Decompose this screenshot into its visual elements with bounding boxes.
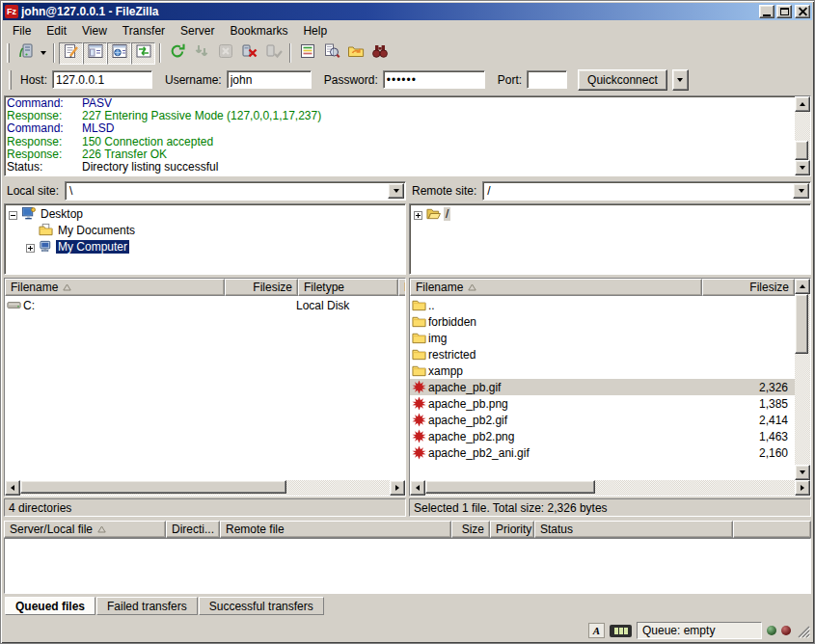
process-queue-button[interactable]: [189, 42, 213, 65]
local-site-dropdown-button[interactable]: [388, 183, 404, 199]
file-row-forbidden[interactable]: forbidden: [410, 313, 795, 330]
column-header-filetype[interactable]: Filetype: [298, 279, 398, 296]
transfer-type-ascii-icon[interactable]: A: [588, 623, 605, 638]
column-header-filesize[interactable]: Filesize: [225, 279, 298, 296]
tab-successful-transfers[interactable]: Successful transfers: [199, 597, 324, 615]
column-header-remote-file[interactable]: Remote file: [220, 521, 451, 538]
log-scrollbar[interactable]: [795, 96, 810, 175]
toggle-remote-tree-button[interactable]: [107, 42, 131, 65]
scroll-thumb[interactable]: [425, 480, 595, 494]
reconnect-button[interactable]: [261, 42, 285, 65]
remote-site-combo[interactable]: /: [482, 181, 811, 201]
expand-icon[interactable]: [26, 242, 35, 251]
tree-item-desktop[interactable]: Desktop: [5, 205, 405, 222]
scroll-up-button[interactable]: [795, 279, 810, 294]
scroll-down-button[interactable]: [795, 465, 810, 480]
scroll-thumb[interactable]: [20, 480, 286, 494]
scroll-left-button[interactable]: [5, 480, 20, 496]
file-row-c[interactable]: C:Local Disk: [5, 297, 405, 313]
local-site-combo[interactable]: \: [65, 181, 406, 201]
host-input[interactable]: [52, 70, 152, 89]
column-header-status[interactable]: Status: [534, 521, 733, 538]
scroll-thumb[interactable]: [795, 141, 808, 160]
close-button[interactable]: [795, 5, 810, 18]
tree-item-my-computer[interactable]: My Computer: [5, 238, 405, 255]
site-manager-dropdown-button[interactable]: [38, 42, 49, 65]
file-size: 1,463: [708, 430, 795, 443]
scroll-track[interactable]: [795, 294, 810, 465]
toggle-transfer-queue-button[interactable]: [131, 42, 155, 65]
scroll-track[interactable]: [20, 480, 390, 496]
indicator-badge-icon[interactable]: [610, 625, 632, 637]
collapse-icon[interactable]: [9, 209, 17, 218]
file-row-item[interactable]: ..: [410, 297, 795, 313]
column-header-priority[interactable]: Priority: [490, 521, 534, 538]
synchronized-browsing-button[interactable]: [343, 42, 367, 65]
menu-transfer[interactable]: Transfer: [115, 22, 173, 40]
menu-edit[interactable]: Edit: [39, 22, 74, 40]
menu-file[interactable]: File: [5, 22, 39, 40]
column-header-filename[interactable]: Filename: [410, 279, 702, 296]
image-file-icon: [410, 396, 428, 411]
scroll-thumb[interactable]: [795, 294, 808, 354]
local-directory-tree: DesktopMy DocumentsMy Computer: [4, 203, 406, 275]
column-header-directi[interactable]: Directi...: [166, 521, 220, 538]
tree-item-my-documents[interactable]: My Documents: [5, 222, 405, 238]
site-manager-button[interactable]: [14, 42, 38, 65]
column-header-size[interactable]: Size: [451, 521, 490, 538]
directory-comparison-button[interactable]: [319, 42, 343, 65]
menu-view[interactable]: View: [74, 22, 115, 40]
remote-hscrollbar[interactable]: [410, 480, 810, 496]
column-header-last-modified[interactable]: Last modified: [398, 279, 405, 296]
scroll-right-button[interactable]: [390, 480, 405, 496]
menu-help[interactable]: Help: [295, 22, 335, 40]
column-header-label: Remote file: [226, 523, 285, 536]
column-header-server-local-file[interactable]: Server/Local file: [4, 521, 166, 538]
toggle-local-tree-button[interactable]: [83, 42, 107, 65]
file-row-apache-pb2-png[interactable]: apache_pb2.png1,463: [410, 428, 795, 444]
host-label: Host:: [20, 73, 47, 87]
remote-vscrollbar[interactable]: [795, 279, 810, 480]
quickconnect-dropdown-button[interactable]: [672, 69, 689, 91]
file-row-apache-pb2-ani-gif[interactable]: apache_pb2_ani.gif2,160: [410, 444, 795, 461]
file-row-apache-pb2-gif[interactable]: apache_pb2.gif2,414: [410, 412, 795, 428]
disconnect-button[interactable]: [237, 42, 261, 65]
local-hscrollbar[interactable]: [5, 480, 405, 496]
scroll-track[interactable]: [425, 480, 795, 496]
file-row-apache-pb-gif[interactable]: apache_pb.gif2,326: [410, 379, 795, 395]
transfer-queue-panel: Server/Local fileDirecti...Remote fileSi…: [4, 521, 811, 594]
resize-grip[interactable]: [796, 624, 810, 638]
column-header-label: Priority: [496, 523, 531, 536]
tab-failed-transfers[interactable]: Failed transfers: [96, 597, 198, 615]
menu-server[interactable]: Server: [173, 22, 222, 40]
find-files-button[interactable]: [367, 42, 392, 65]
quickconnect-button[interactable]: Quickconnect: [578, 69, 667, 91]
filename-filters-button[interactable]: [295, 42, 319, 65]
file-row-xampp[interactable]: xampp: [410, 362, 795, 379]
cancel-operation-button[interactable]: [213, 42, 237, 65]
expand-icon[interactable]: [414, 209, 422, 218]
file-row-img[interactable]: img: [410, 330, 795, 346]
scroll-up-button[interactable]: [795, 96, 810, 112]
scroll-track[interactable]: [795, 112, 810, 160]
file-row-apache-pb-png[interactable]: apache_pb.png1,385: [410, 395, 795, 412]
tree-item-item[interactable]: /: [410, 205, 810, 222]
password-input[interactable]: [383, 70, 485, 89]
maximize-button[interactable]: [776, 5, 792, 18]
refresh-button[interactable]: [165, 42, 189, 65]
scroll-down-button[interactable]: [795, 160, 810, 175]
file-row-restricted[interactable]: restricted: [410, 346, 795, 362]
username-input[interactable]: [227, 70, 312, 89]
folder-open-icon: [425, 206, 441, 221]
remote-site-dropdown-button[interactable]: [793, 183, 809, 199]
port-input[interactable]: [527, 70, 567, 89]
scroll-right-button[interactable]: [795, 480, 810, 496]
file-name: img: [428, 332, 708, 345]
column-header-filesize[interactable]: Filesize: [702, 279, 795, 296]
minimize-button[interactable]: [759, 5, 774, 18]
toggle-message-log-button[interactable]: [59, 42, 83, 65]
tab-queued-files[interactable]: Queued files: [5, 597, 95, 615]
column-header-filename[interactable]: Filename: [5, 279, 225, 296]
scroll-left-button[interactable]: [410, 480, 425, 496]
menu-bookmarks[interactable]: Bookmarks: [222, 22, 295, 40]
